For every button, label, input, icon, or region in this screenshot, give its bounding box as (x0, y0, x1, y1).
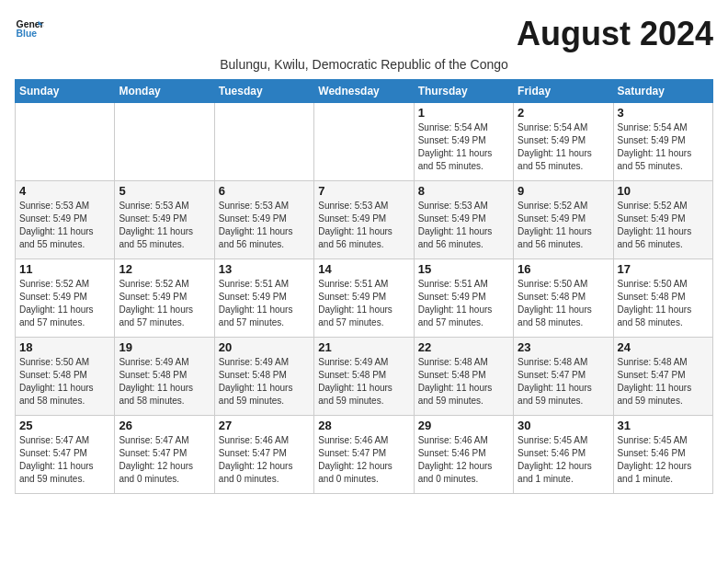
day-info: Sunrise: 5:46 AM Sunset: 5:47 PM Dayligh… (219, 434, 310, 486)
calendar-body: 1Sunrise: 5:54 AM Sunset: 5:49 PM Daylig… (16, 103, 713, 494)
day-number: 22 (418, 340, 509, 354)
day-number: 9 (518, 184, 609, 198)
day-info: Sunrise: 5:54 AM Sunset: 5:49 PM Dayligh… (518, 121, 609, 173)
logo-icon: General Blue (15, 15, 44, 44)
day-info: Sunrise: 5:54 AM Sunset: 5:49 PM Dayligh… (418, 121, 509, 173)
day-number: 31 (618, 419, 709, 432)
week-row-3: 11Sunrise: 5:52 AM Sunset: 5:49 PM Dayli… (16, 259, 713, 338)
day-info: Sunrise: 5:50 AM Sunset: 5:48 PM Dayligh… (518, 278, 609, 329)
day-number: 14 (318, 262, 409, 276)
day-number: 18 (19, 340, 110, 354)
day-number: 2 (518, 106, 609, 120)
day-info: Sunrise: 5:50 AM Sunset: 5:48 PM Dayligh… (618, 278, 709, 329)
week-row-5: 25Sunrise: 5:47 AM Sunset: 5:47 PM Dayli… (16, 416, 713, 494)
cell-w5-d7: 31Sunrise: 5:45 AM Sunset: 5:46 PM Dayli… (613, 416, 712, 494)
day-number: 4 (19, 184, 110, 198)
page-header: General Blue August 2024 (15, 15, 713, 53)
cell-w5-d5: 29Sunrise: 5:46 AM Sunset: 5:46 PM Dayli… (414, 416, 513, 494)
day-number: 3 (618, 106, 709, 120)
cell-w1-d3 (214, 103, 313, 181)
day-info: Sunrise: 5:48 AM Sunset: 5:48 PM Dayligh… (418, 356, 509, 408)
day-info: Sunrise: 5:51 AM Sunset: 5:49 PM Dayligh… (219, 278, 310, 329)
cell-w5-d3: 27Sunrise: 5:46 AM Sunset: 5:47 PM Dayli… (214, 416, 313, 494)
day-number: 24 (618, 340, 709, 354)
calendar-table: Sunday Monday Tuesday Wednesday Thursday… (15, 79, 713, 494)
cell-w1-d5: 1Sunrise: 5:54 AM Sunset: 5:49 PM Daylig… (414, 103, 513, 181)
cell-w5-d4: 28Sunrise: 5:46 AM Sunset: 5:47 PM Dayli… (314, 416, 414, 494)
page-subtitle: Bulungu, Kwilu, Democratic Republic of t… (15, 57, 713, 72)
cell-w4-d6: 23Sunrise: 5:48 AM Sunset: 5:47 PM Dayli… (514, 338, 613, 416)
day-info: Sunrise: 5:50 AM Sunset: 5:48 PM Dayligh… (19, 356, 110, 408)
day-number: 1 (418, 106, 509, 120)
cell-w2-d2: 5Sunrise: 5:53 AM Sunset: 5:49 PM Daylig… (115, 181, 214, 259)
cell-w3-d1: 11Sunrise: 5:52 AM Sunset: 5:49 PM Dayli… (16, 259, 115, 338)
cell-w2-d7: 10Sunrise: 5:52 AM Sunset: 5:49 PM Dayli… (613, 181, 712, 259)
cell-w3-d2: 12Sunrise: 5:52 AM Sunset: 5:49 PM Dayli… (115, 259, 214, 338)
week-row-1: 1Sunrise: 5:54 AM Sunset: 5:49 PM Daylig… (16, 103, 713, 181)
cell-w3-d3: 13Sunrise: 5:51 AM Sunset: 5:49 PM Dayli… (214, 259, 313, 338)
day-number: 16 (518, 262, 609, 276)
cell-w3-d4: 14Sunrise: 5:51 AM Sunset: 5:49 PM Dayli… (314, 259, 414, 338)
cell-w4-d5: 22Sunrise: 5:48 AM Sunset: 5:48 PM Dayli… (414, 338, 513, 416)
day-number: 20 (219, 340, 310, 354)
day-number: 12 (119, 262, 210, 276)
day-info: Sunrise: 5:49 AM Sunset: 5:48 PM Dayligh… (219, 356, 310, 408)
cell-w1-d1 (16, 103, 115, 181)
day-info: Sunrise: 5:53 AM Sunset: 5:49 PM Dayligh… (418, 200, 509, 251)
month-title: August 2024 (517, 15, 713, 53)
cell-w3-d5: 15Sunrise: 5:51 AM Sunset: 5:49 PM Dayli… (414, 259, 513, 338)
day-number: 28 (318, 419, 409, 432)
cell-w1-d6: 2Sunrise: 5:54 AM Sunset: 5:49 PM Daylig… (514, 103, 613, 181)
day-info: Sunrise: 5:52 AM Sunset: 5:49 PM Dayligh… (518, 200, 609, 251)
cell-w1-d2 (115, 103, 214, 181)
cell-w2-d5: 8Sunrise: 5:53 AM Sunset: 5:49 PM Daylig… (414, 181, 513, 259)
day-number: 21 (318, 340, 409, 354)
day-number: 5 (119, 184, 210, 198)
cell-w3-d6: 16Sunrise: 5:50 AM Sunset: 5:48 PM Dayli… (514, 259, 613, 338)
cell-w4-d4: 21Sunrise: 5:49 AM Sunset: 5:48 PM Dayli… (314, 338, 414, 416)
day-number: 29 (418, 419, 509, 432)
day-number: 6 (219, 184, 310, 198)
day-number: 13 (219, 262, 310, 276)
day-number: 19 (119, 340, 210, 354)
day-info: Sunrise: 5:45 AM Sunset: 5:46 PM Dayligh… (518, 434, 609, 486)
header-saturday: Saturday (613, 80, 712, 103)
calendar-header: Sunday Monday Tuesday Wednesday Thursday… (16, 80, 713, 103)
day-info: Sunrise: 5:46 AM Sunset: 5:47 PM Dayligh… (318, 434, 409, 486)
week-row-2: 4Sunrise: 5:53 AM Sunset: 5:49 PM Daylig… (16, 181, 713, 259)
header-tuesday: Tuesday (214, 80, 313, 103)
cell-w5-d6: 30Sunrise: 5:45 AM Sunset: 5:46 PM Dayli… (514, 416, 613, 494)
day-info: Sunrise: 5:45 AM Sunset: 5:46 PM Dayligh… (618, 434, 709, 486)
cell-w2-d6: 9Sunrise: 5:52 AM Sunset: 5:49 PM Daylig… (514, 181, 613, 259)
header-thursday: Thursday (414, 80, 513, 103)
day-info: Sunrise: 5:48 AM Sunset: 5:47 PM Dayligh… (618, 356, 709, 408)
day-info: Sunrise: 5:53 AM Sunset: 5:49 PM Dayligh… (318, 200, 409, 251)
day-info: Sunrise: 5:49 AM Sunset: 5:48 PM Dayligh… (318, 356, 409, 408)
cell-w4-d7: 24Sunrise: 5:48 AM Sunset: 5:47 PM Dayli… (613, 338, 712, 416)
day-number: 15 (418, 262, 509, 276)
header-sunday: Sunday (16, 80, 115, 103)
day-info: Sunrise: 5:52 AM Sunset: 5:49 PM Dayligh… (119, 278, 210, 329)
day-info: Sunrise: 5:53 AM Sunset: 5:49 PM Dayligh… (19, 200, 110, 251)
day-number: 25 (19, 419, 110, 432)
day-number: 8 (418, 184, 509, 198)
day-info: Sunrise: 5:52 AM Sunset: 5:49 PM Dayligh… (618, 200, 709, 251)
day-number: 10 (618, 184, 709, 198)
day-number: 11 (19, 262, 110, 276)
day-info: Sunrise: 5:47 AM Sunset: 5:47 PM Dayligh… (119, 434, 210, 486)
svg-text:Blue: Blue (17, 29, 38, 39)
day-number: 23 (518, 340, 609, 354)
day-number: 7 (318, 184, 409, 198)
cell-w4-d3: 20Sunrise: 5:49 AM Sunset: 5:48 PM Dayli… (214, 338, 313, 416)
cell-w1-d7: 3Sunrise: 5:54 AM Sunset: 5:49 PM Daylig… (613, 103, 712, 181)
day-info: Sunrise: 5:49 AM Sunset: 5:48 PM Dayligh… (119, 356, 210, 408)
day-info: Sunrise: 5:53 AM Sunset: 5:49 PM Dayligh… (219, 200, 310, 251)
day-number: 26 (119, 419, 210, 432)
day-info: Sunrise: 5:47 AM Sunset: 5:47 PM Dayligh… (19, 434, 110, 486)
day-info: Sunrise: 5:48 AM Sunset: 5:47 PM Dayligh… (518, 356, 609, 408)
day-number: 27 (219, 419, 310, 432)
week-row-4: 18Sunrise: 5:50 AM Sunset: 5:48 PM Dayli… (16, 338, 713, 416)
header-wednesday: Wednesday (314, 80, 414, 103)
cell-w4-d2: 19Sunrise: 5:49 AM Sunset: 5:48 PM Dayli… (115, 338, 214, 416)
day-info: Sunrise: 5:52 AM Sunset: 5:49 PM Dayligh… (19, 278, 110, 329)
